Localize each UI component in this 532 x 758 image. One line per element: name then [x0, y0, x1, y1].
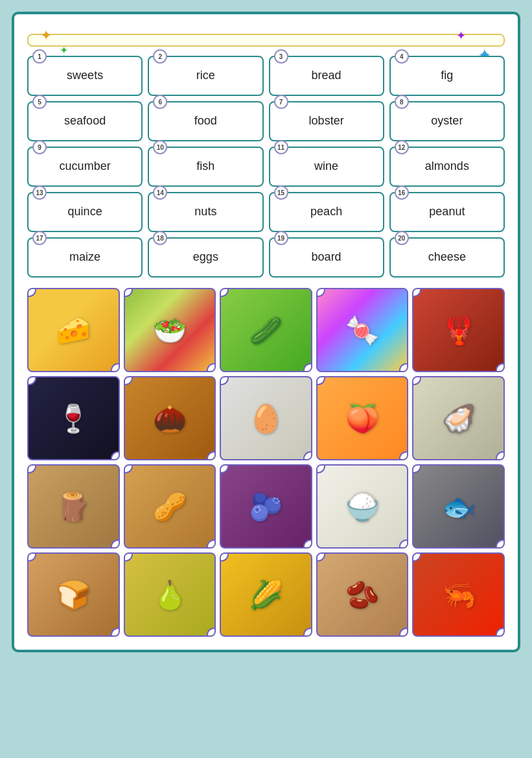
image-card: 🍷 [27, 376, 120, 460]
word-card: 5 seafood [27, 101, 143, 141]
star-4: ✦ [456, 29, 466, 43]
word-number: 15 [274, 185, 288, 200]
image-circle-br [496, 363, 505, 372]
image-circle-br [207, 628, 216, 637]
image-circle-br [303, 363, 312, 372]
word-card: 8 oyster [389, 101, 505, 141]
image-card: 🍬 [316, 288, 409, 372]
word-number: 20 [395, 231, 409, 245]
image-card: 🧀 [27, 288, 120, 372]
food-icon: 🦪 [442, 403, 476, 434]
star-2: ✦ [60, 44, 68, 56]
word-text: seafood [64, 114, 106, 128]
image-circle-tl [412, 464, 421, 473]
food-icon: 🦐 [442, 579, 476, 611]
word-card: 2 rice [148, 56, 263, 96]
word-text: food [194, 114, 217, 128]
image-circle-br [303, 539, 312, 549]
food-icon: 🐟 [442, 491, 476, 523]
image-card: 🍞 [27, 552, 120, 637]
food-icon: 🥒 [249, 314, 283, 346]
image-circle-br [303, 628, 312, 637]
word-text: wine [314, 160, 338, 173]
image-card: 🌽 [220, 552, 312, 637]
food-icon: 🌰 [153, 403, 187, 434]
word-card: 20 cheese [389, 237, 505, 278]
word-number: 7 [274, 95, 288, 109]
image-circle-tl [412, 376, 421, 385]
word-card: 11 wine [269, 147, 384, 187]
word-number: 6 [153, 95, 167, 109]
word-text: cheese [428, 250, 466, 264]
image-circle-tl [220, 464, 229, 473]
word-text: oyster [431, 114, 463, 128]
image-circle-br [303, 451, 312, 460]
image-circle-br [399, 363, 408, 372]
image-card: 🦐 [412, 552, 505, 637]
word-number: 1 [32, 49, 47, 64]
food-icon: 🫐 [249, 491, 283, 523]
food-icon: 🍐 [153, 579, 187, 611]
word-number: 10 [153, 140, 167, 154]
image-card: 🫘 [316, 552, 409, 637]
image-circle-tl [220, 288, 229, 297]
word-text: peanut [429, 205, 465, 219]
image-circle-tl [316, 288, 325, 297]
word-number: 11 [274, 140, 288, 154]
food-icon: 🪵 [56, 491, 90, 523]
food-icon: 🍬 [345, 314, 379, 346]
word-text: fig [441, 69, 453, 82]
image-circle-tl [124, 288, 133, 297]
word-number: 5 [32, 95, 47, 109]
word-card: 19 board [269, 237, 384, 278]
image-circle-tl [27, 288, 36, 297]
word-number: 3 [274, 49, 288, 64]
word-card: 16 peanut [389, 192, 505, 232]
word-text: fish [196, 160, 214, 173]
word-text: bread [312, 69, 341, 82]
word-text: rice [196, 69, 215, 82]
image-circle-tl [124, 376, 133, 385]
word-text: maize [69, 250, 100, 264]
food-icon: 🌽 [249, 579, 283, 611]
word-number: 4 [395, 49, 409, 64]
food-icon: 🥜 [153, 491, 187, 523]
image-circle-tl [27, 376, 36, 385]
image-card: 🥚 [220, 376, 312, 460]
word-number: 14 [153, 185, 167, 200]
word-card: 18 eggs [148, 237, 263, 278]
words-grid: 1 sweets 2 rice 3 bread 4 fig 5 seafood … [27, 56, 505, 278]
word-text: nuts [194, 205, 216, 219]
image-circle-tl [220, 552, 229, 562]
word-text: lobster [309, 114, 344, 128]
food-icon: 🥗 [153, 314, 187, 346]
word-number: 12 [395, 140, 409, 154]
food-icon: 🍞 [56, 579, 90, 611]
image-card: 🫐 [220, 464, 312, 549]
word-number: 9 [32, 140, 47, 154]
word-card: 15 peach [269, 192, 384, 232]
word-card: 1 sweets [27, 56, 143, 96]
word-number: 8 [395, 95, 409, 109]
page-container: ✦ ✦ ✦ ✦ ✦ ✦ 1 sweets 2 rice 3 bread 4 fi… [12, 12, 520, 652]
image-card: 🪵 [27, 464, 120, 549]
image-circle-br [399, 451, 408, 460]
image-card: 🐟 [412, 464, 505, 549]
image-card: 🥒 [220, 288, 312, 372]
image-circle-tl [316, 464, 325, 473]
food-icon: 🫘 [345, 579, 379, 611]
image-circle-tl [27, 552, 36, 562]
word-text: board [312, 250, 341, 264]
image-circle-br [496, 628, 505, 637]
image-circle-tl [316, 376, 325, 385]
image-circle-br [111, 451, 120, 460]
image-circle-br [496, 451, 505, 460]
instruction-box [27, 34, 505, 47]
word-number: 16 [395, 185, 409, 200]
image-card: 🦪 [412, 376, 505, 460]
image-card: 🥗 [124, 288, 216, 372]
word-text: quince [68, 205, 102, 219]
word-number: 2 [153, 49, 167, 64]
word-text: eggs [193, 250, 218, 264]
word-card: 7 lobster [269, 101, 384, 141]
